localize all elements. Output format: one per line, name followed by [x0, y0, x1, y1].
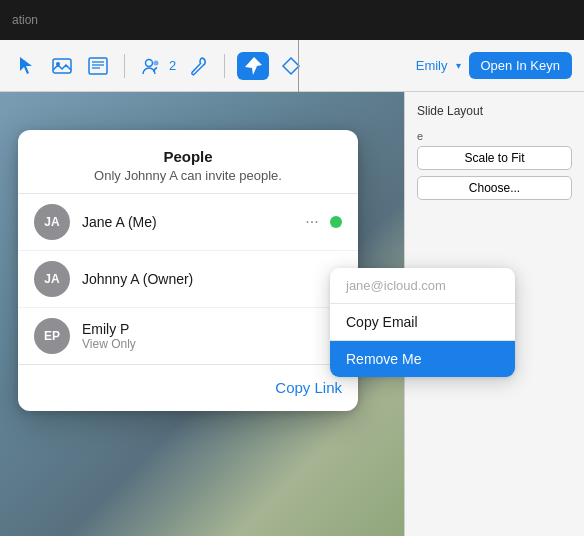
wrench-icon[interactable]: [184, 52, 212, 80]
toolbar-right: Emily ▾ Open In Keyn: [416, 52, 572, 79]
top-bar: ation: [0, 0, 584, 40]
avatar-jane: JA: [34, 204, 70, 240]
person-row: EP Emily P View Only: [18, 308, 358, 364]
people-popup: People Only Johnny A can invite people. …: [18, 130, 358, 411]
emily-label[interactable]: Emily: [416, 58, 448, 73]
context-item-copy-email[interactable]: Copy Email: [330, 304, 515, 341]
status-dot-jane: [330, 216, 342, 228]
people-icon: [137, 52, 165, 80]
avatar-emily: EP: [34, 318, 70, 354]
toolbar-separator-2: [224, 54, 225, 78]
svg-rect-0: [53, 59, 71, 73]
people-button[interactable]: 2: [137, 52, 176, 80]
person-name-johnny: Johnny A (Owner): [82, 271, 342, 287]
choose-button[interactable]: Choose...: [417, 176, 572, 200]
panel-title: Slide Layout: [417, 104, 572, 118]
context-item-remove-me[interactable]: Remove Me: [330, 341, 515, 377]
toolbar: 2 Emily ▾ Open In Keyn: [0, 40, 584, 92]
people-count: 2: [169, 58, 176, 73]
person-row: JA Jane A (Me) ···: [18, 194, 358, 251]
people-list: JA Jane A (Me) ··· JA Johnny A (Owner) E…: [18, 194, 358, 364]
person-status-jane: ···: [302, 212, 342, 232]
context-email: jane@icloud.com: [330, 268, 515, 304]
scale-label: e: [417, 130, 572, 142]
image-icon[interactable]: [48, 52, 76, 80]
person-info-jane: Jane A (Me): [82, 214, 302, 230]
people-header: People Only Johnny A can invite people.: [18, 130, 358, 194]
people-title: People: [38, 148, 338, 165]
person-name-jane: Jane A (Me): [82, 214, 302, 230]
emily-chevron: ▾: [456, 60, 461, 71]
svg-rect-2: [89, 58, 107, 74]
open-in-keynote-button[interactable]: Open In Keyn: [469, 52, 573, 79]
app-name: ation: [12, 13, 38, 27]
person-role-emily: View Only: [82, 337, 330, 351]
people-subtitle: Only Johnny A can invite people.: [38, 168, 338, 183]
dots-button-jane[interactable]: ···: [302, 212, 322, 232]
toolbar-left: 2: [12, 52, 408, 80]
person-info-johnny: Johnny A (Owner): [82, 271, 342, 287]
person-row: JA Johnny A (Owner): [18, 251, 358, 308]
svg-point-7: [154, 60, 159, 65]
pin-icon[interactable]: [237, 52, 269, 80]
diamond-icon[interactable]: [277, 52, 305, 80]
pointer-icon[interactable]: [12, 52, 40, 80]
copy-link-button[interactable]: Copy Link: [275, 379, 342, 396]
person-info-emily: Emily P View Only: [82, 321, 330, 351]
text-icon[interactable]: [84, 52, 112, 80]
svg-point-6: [146, 59, 153, 66]
person-name-emily: Emily P: [82, 321, 330, 337]
copy-link-row: Copy Link: [18, 364, 358, 411]
scale-to-fit-button[interactable]: Scale to Fit: [417, 146, 572, 170]
avatar-johnny: JA: [34, 261, 70, 297]
toolbar-separator-1: [124, 54, 125, 78]
context-menu: jane@icloud.com Copy Email Remove Me: [330, 268, 515, 377]
